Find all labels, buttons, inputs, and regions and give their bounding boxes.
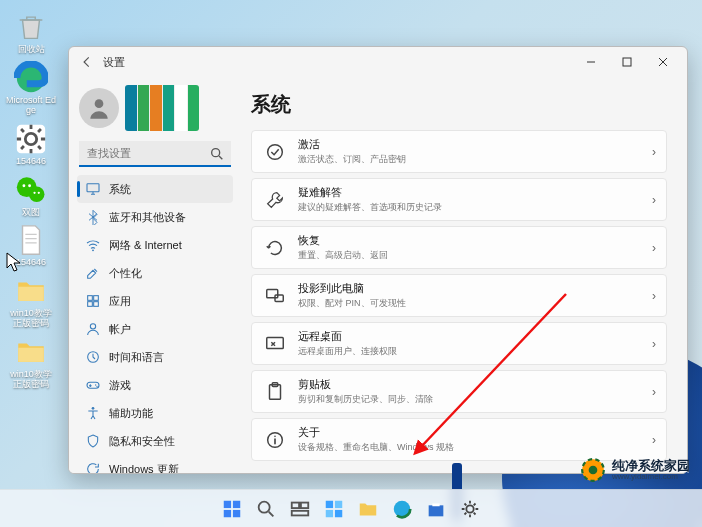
back-button[interactable]: [77, 52, 97, 72]
svg-rect-43: [335, 500, 342, 507]
cursor-icon: [6, 252, 22, 272]
svg-point-21: [95, 384, 96, 385]
svg-point-5: [23, 184, 26, 187]
chevron-right-icon: ›: [652, 433, 656, 447]
desktop-icon-label: 154646: [6, 157, 56, 167]
titlebar: 设置: [69, 47, 687, 77]
minimize-button[interactable]: [573, 48, 609, 76]
nav-item-bluetooth[interactable]: 蓝牙和其他设备: [77, 203, 233, 231]
svg-point-13: [92, 249, 94, 251]
watermark-url: www.yidaimei.com: [612, 472, 690, 481]
svg-rect-42: [326, 500, 333, 507]
svg-point-22: [96, 386, 97, 387]
task-view-button[interactable]: [284, 493, 316, 525]
widgets-button[interactable]: [318, 493, 350, 525]
personalization-icon: [85, 265, 101, 281]
about-icon: [264, 429, 286, 451]
chevron-right-icon: ›: [652, 193, 656, 207]
tile-title: 激活: [298, 137, 652, 152]
tile-sub: 建议的疑难解答、首选项和历史记录: [298, 201, 652, 214]
desktop-icon-label: Microsoft Edge: [6, 96, 56, 116]
tile-sub: 远程桌面用户、连接权限: [298, 345, 652, 358]
search-task-button[interactable]: [250, 493, 282, 525]
edge-task-button[interactable]: [386, 493, 418, 525]
desktop-wechat[interactable]: 双图: [6, 173, 56, 218]
edge-icon: [14, 61, 48, 95]
nav-item-network[interactable]: 网络 & Internet: [77, 231, 233, 259]
svg-rect-35: [233, 500, 240, 507]
sidebar: 系统蓝牙和其他设备网络 & Internet个性化应用帐户时间和语言游戏辅助功能…: [69, 77, 237, 473]
svg-rect-20: [87, 382, 99, 388]
nav-item-time-language[interactable]: 时间和语言: [77, 343, 233, 371]
desktop-edge[interactable]: Microsoft Edge: [6, 61, 56, 116]
folder-icon: [14, 274, 48, 308]
nav-item-personalization[interactable]: 个性化: [77, 259, 233, 287]
svg-rect-12: [87, 184, 99, 192]
nav-item-update[interactable]: Windows 更新: [77, 455, 233, 473]
tile-remote-desktop[interactable]: 远程桌面远程桌面用户、连接权限›: [251, 322, 667, 365]
tile-title: 关于: [298, 425, 652, 440]
taskbar: [0, 489, 702, 527]
tile-clipboard[interactable]: 剪贴板剪切和复制历史记录、同步、清除›: [251, 370, 667, 413]
svg-point-10: [95, 99, 104, 108]
tile-title: 剪贴板: [298, 377, 652, 392]
tile-title: 恢复: [298, 233, 652, 248]
nav-label: 应用: [109, 294, 131, 309]
svg-rect-34: [224, 500, 231, 507]
avatar-icon: [79, 88, 119, 128]
remote-desktop-icon: [264, 333, 286, 355]
tile-activation[interactable]: 激活激活状态、订阅、产品密钥›: [251, 130, 667, 173]
accounts-icon: [85, 321, 101, 337]
start-button[interactable]: [216, 493, 248, 525]
desktop-folder-2[interactable]: win10教学正版密码: [6, 335, 56, 390]
svg-rect-14: [88, 296, 93, 301]
settings-window: 设置 系统蓝牙和其他设备网络 & Internet个性化应用帐户时间和语言游戏辅…: [68, 46, 688, 474]
chevron-right-icon: ›: [652, 289, 656, 303]
search-box[interactable]: [79, 141, 231, 167]
svg-rect-41: [292, 510, 309, 515]
nav-item-accounts[interactable]: 帐户: [77, 315, 233, 343]
chevron-right-icon: ›: [652, 385, 656, 399]
apps-icon: [85, 293, 101, 309]
nav-label: 时间和语言: [109, 350, 164, 365]
nav-label: Windows 更新: [109, 462, 179, 474]
nav-item-apps[interactable]: 应用: [77, 287, 233, 315]
tile-projecting[interactable]: 投影到此电脑权限、配对 PIN、可发现性›: [251, 274, 667, 317]
desktop-recycle-bin[interactable]: 回收站: [6, 10, 56, 55]
desktop-sys-1[interactable]: 154646: [6, 122, 56, 167]
watermark-brand: 纯净系统家园: [612, 459, 690, 473]
projecting-icon: [264, 285, 286, 307]
tile-sub: 剪切和复制历史记录、同步、清除: [298, 393, 652, 406]
svg-rect-16: [88, 302, 93, 307]
svg-point-33: [589, 466, 598, 475]
tile-title: 投影到此电脑: [298, 281, 652, 296]
tile-troubleshoot[interactable]: 疑难解答建议的疑难解答、首选项和历史记录›: [251, 178, 667, 221]
desktop-icon-label: win10教学正版密码: [6, 370, 56, 390]
nav-item-privacy[interactable]: 隐私和安全性: [77, 427, 233, 455]
store-button[interactable]: [420, 493, 452, 525]
tile-title: 疑难解答: [298, 185, 652, 200]
tile-title: 远程桌面: [298, 329, 652, 344]
nav-item-accessibility[interactable]: 辅助功能: [77, 399, 233, 427]
svg-point-23: [92, 407, 95, 410]
svg-point-6: [28, 184, 31, 187]
tile-recovery[interactable]: 恢复重置、高级启动、返回›: [251, 226, 667, 269]
nav-item-gaming[interactable]: 游戏: [77, 371, 233, 399]
desktop-folder-1[interactable]: win10教学正版密码: [6, 274, 56, 329]
tile-about[interactable]: 关于设备规格、重命名电脑、Windows 规格›: [251, 418, 667, 461]
folder-icon: [14, 335, 48, 369]
explorer-button[interactable]: [352, 493, 384, 525]
maximize-button[interactable]: [609, 48, 645, 76]
profile-header[interactable]: [77, 83, 233, 137]
nav-item-system[interactable]: 系统: [77, 175, 233, 203]
tile-sub: 权限、配对 PIN、可发现性: [298, 297, 652, 310]
gear-icon: [14, 122, 48, 156]
nav-label: 辅助功能: [109, 406, 153, 421]
settings-task-button[interactable]: [454, 493, 486, 525]
close-button[interactable]: [645, 48, 681, 76]
svg-rect-25: [267, 289, 278, 297]
svg-rect-44: [326, 509, 333, 516]
nav-label: 系统: [109, 182, 131, 197]
window-title: 设置: [103, 55, 573, 70]
svg-point-8: [38, 191, 40, 193]
